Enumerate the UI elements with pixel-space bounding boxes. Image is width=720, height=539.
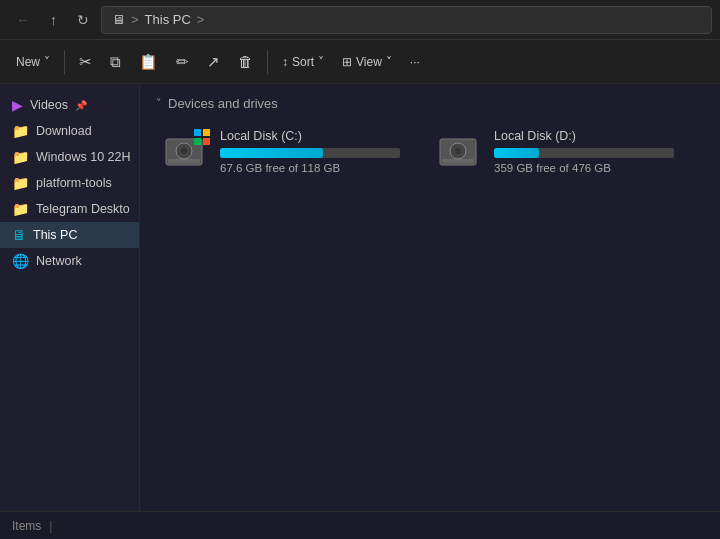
section-title: Devices and drives [168,96,278,111]
new-button[interactable]: New ˅ [8,51,58,73]
status-separator: | [49,519,52,533]
section-header: ˅ Devices and drives [156,96,704,111]
svg-point-11 [455,148,461,154]
drive-d-name: Local Disk (D:) [494,129,674,143]
sidebar-item-download[interactable]: 📁 Download [0,118,139,144]
new-chevron: ˅ [44,55,50,69]
sidebar-item-windows10[interactable]: 📁 Windows 10 22H [0,144,139,170]
drive-d-item[interactable]: Local Disk (D:) 359 GB free of 476 GB [430,123,680,185]
section-chevron: ˅ [156,97,162,110]
breadcrumb-separator2: > [197,12,205,27]
sidebar-item-label: Download [36,124,92,138]
status-items: Items [12,519,41,533]
nav-bar: ← ↑ ↻ 🖥 > This PC > [0,0,720,40]
sidebar-item-telegram[interactable]: 📁 Telegram Deskto [0,196,139,222]
sidebar-item-thispc[interactable]: 🖥 This PC [0,222,139,248]
sort-label: Sort [292,55,314,69]
view-icon: ⊞ [342,55,352,69]
more-icon: ··· [410,55,420,69]
svg-rect-9 [442,159,474,163]
monitor-icon: 🖥 [112,12,125,27]
share-button[interactable]: ↗ [199,49,228,75]
drive-c-progress-fill [220,148,323,158]
copy-button[interactable]: ⧉ [102,49,129,75]
windows-badge [194,129,210,148]
drive-d-progress-fill [494,148,539,158]
address-bar[interactable]: 🖥 > This PC > [101,6,712,34]
toolbar: New ˅ ✂ ⧉ 📋 ✏ ↗ 🗑 ↕ Sort ˅ ⊞ View ˅ ··· [0,40,720,84]
drive-c-item[interactable]: Local Disk (C:) 67.6 GB free of 118 GB [156,123,406,185]
paste-icon: 📋 [139,53,158,71]
network-icon: 🌐 [12,253,29,269]
folder-icon: 📁 [12,201,29,217]
share-icon: ↗ [207,53,220,71]
cut-button[interactable]: ✂ [71,49,100,75]
status-bar: Items | [0,511,720,539]
delete-button[interactable]: 🗑 [230,49,261,74]
copy-icon: ⧉ [110,53,121,71]
breadcrumb-root: This PC [145,12,191,27]
toolbar-separator-2 [267,50,268,74]
view-button[interactable]: ⊞ View ˅ [334,51,400,73]
sort-icon: ↕ [282,55,288,69]
refresh-icon: ↻ [77,12,89,28]
more-button[interactable]: ··· [402,51,428,73]
sidebar-item-label: Windows 10 22H [36,150,131,164]
view-chevron: ˅ [386,55,392,69]
drive-c-free-space: 67.6 GB free of 118 GB [220,162,400,174]
drive-c-name: Local Disk (C:) [220,129,400,143]
sort-button[interactable]: ↕ Sort ˅ [274,51,332,73]
toolbar-separator-1 [64,50,65,74]
drive-d-disk-icon [436,129,484,179]
delete-icon: 🗑 [238,53,253,70]
svg-rect-6 [194,138,201,145]
sidebar-item-label: Telegram Deskto [36,202,130,216]
content-panel: ˅ Devices and drives [140,84,720,511]
drive-c-icon-area [162,129,210,179]
rename-button[interactable]: ✏ [168,49,197,75]
refresh-button[interactable]: ↻ [69,8,97,32]
drive-d-free-space: 359 GB free of 476 GB [494,162,674,174]
breadcrumb-separator: > [131,12,139,27]
svg-rect-4 [194,129,201,136]
drive-d-info: Local Disk (D:) 359 GB free of 476 GB [494,129,674,174]
svg-rect-7 [203,138,210,145]
svg-point-3 [181,148,187,154]
drives-grid: Local Disk (C:) 67.6 GB free of 118 GB [156,123,704,185]
videos-icon: ▶ [12,97,23,113]
sidebar: ▶ Videos 📌 📁 Download 📁 Windows 10 22H 📁… [0,84,140,511]
up-icon: ↑ [50,12,57,28]
sidebar-item-label: Network [36,254,82,268]
pin-icon: 📌 [75,100,87,111]
paste-button[interactable]: 📋 [131,49,166,75]
sidebar-item-videos[interactable]: ▶ Videos 📌 [0,92,139,118]
new-label: New [16,55,40,69]
folder-icon: 📁 [12,123,29,139]
folder-icon: 📁 [12,149,29,165]
up-button[interactable]: ↑ [42,8,65,32]
drive-d-icon-area [436,129,484,179]
svg-rect-1 [168,159,200,163]
main-area: ▶ Videos 📌 📁 Download 📁 Windows 10 22H 📁… [0,84,720,511]
cut-icon: ✂ [79,53,92,71]
back-button[interactable]: ← [8,8,38,32]
drive-d-progress-bar [494,148,674,158]
rename-icon: ✏ [176,53,189,71]
sidebar-item-network[interactable]: 🌐 Network [0,248,139,274]
drive-c-info: Local Disk (C:) 67.6 GB free of 118 GB [220,129,400,174]
view-label: View [356,55,382,69]
back-icon: ← [16,12,30,28]
sidebar-item-label: platform-tools [36,176,112,190]
drive-c-progress-bar [220,148,400,158]
thispc-icon: 🖥 [12,227,26,243]
sidebar-item-label: This PC [33,228,77,242]
sidebar-item-label: Videos [30,98,68,112]
svg-rect-5 [203,129,210,136]
folder-icon: 📁 [12,175,29,191]
sidebar-item-platform-tools[interactable]: 📁 platform-tools [0,170,139,196]
sort-chevron: ˅ [318,55,324,69]
